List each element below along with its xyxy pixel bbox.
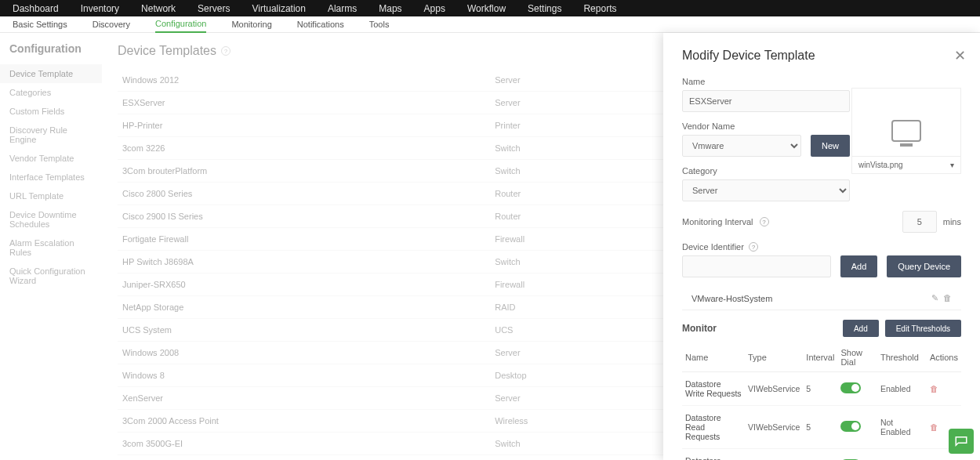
subnav-monitoring[interactable]: Monitoring: [231, 16, 271, 32]
subnav-notifications[interactable]: Notifications: [297, 16, 344, 32]
delete-icon[interactable]: 🗑: [943, 293, 952, 302]
help-icon[interactable]: ?: [760, 217, 769, 226]
new-vendor-button[interactable]: New: [811, 135, 850, 157]
monitor-icon: [891, 120, 921, 142]
panel-title: Modify Device Template: [682, 49, 961, 63]
nav-settings[interactable]: Settings: [528, 3, 561, 14]
nav-alarms[interactable]: Alarms: [328, 3, 357, 14]
help-icon[interactable]: ?: [221, 46, 230, 56]
sidebar-item[interactable]: Vendor Template: [0, 149, 102, 168]
subnav-tools[interactable]: Tools: [369, 16, 390, 32]
sidebar-item[interactable]: Categories: [0, 83, 102, 102]
edit-icon[interactable]: ✎: [931, 293, 938, 302]
add-monitor-button[interactable]: Add: [843, 320, 879, 337]
monitor-table: NameTypeIntervalShow DialThresholdAction…: [682, 343, 961, 460]
image-name: winVista.png: [858, 161, 903, 169]
image-picker[interactable]: winVista.png▾: [851, 88, 961, 174]
interval-unit: mins: [943, 217, 961, 226]
close-icon[interactable]: ✕: [954, 47, 966, 64]
devid-label: Device Identifier: [682, 242, 744, 252]
sidebar-title: Configuration: [0, 42, 102, 64]
nav-workflow[interactable]: Workflow: [467, 3, 506, 14]
sidebar-item[interactable]: Discovery Rule Engine: [0, 121, 102, 149]
col-header: Show Dial: [837, 343, 877, 372]
interval-label: Monitoring Interval: [682, 217, 753, 226]
col-header: Actions: [927, 343, 961, 372]
sidebar-item[interactable]: URL Template: [0, 187, 102, 205]
sub-nav: Basic SettingsDiscoveryConfigurationMoni…: [0, 16, 980, 33]
monitor-row: Datastore Write LatencyVIWebService5Enab…: [682, 449, 961, 461]
help-icon[interactable]: ?: [749, 242, 758, 252]
subnav-configuration[interactable]: Configuration: [155, 16, 206, 33]
category-label: Category: [682, 166, 850, 176]
monitor-title: Monitor: [682, 323, 717, 334]
nav-servers[interactable]: Servers: [198, 3, 230, 14]
col-header: Threshold: [877, 343, 927, 372]
nav-inventory[interactable]: Inventory: [81, 3, 119, 14]
vendor-select[interactable]: Vmware: [682, 135, 801, 157]
name-label: Name: [682, 77, 850, 86]
add-devid-button[interactable]: Add: [840, 255, 878, 277]
monitor-row: Datastore Write RequestsVIWebService5Ena…: [682, 372, 961, 406]
monitor-row: Datastore Read RequestsVIWebService5Not …: [682, 406, 961, 449]
sidebar-item[interactable]: Device Downtime Schedules: [0, 205, 102, 234]
dial-toggle[interactable]: [840, 421, 861, 432]
interval-input[interactable]: [902, 211, 937, 233]
name-input[interactable]: [682, 90, 850, 112]
nav-reports[interactable]: Reports: [583, 3, 616, 14]
chevron-down-icon[interactable]: ▾: [950, 161, 954, 169]
chat-button[interactable]: [949, 429, 974, 454]
subnav-discovery[interactable]: Discovery: [93, 16, 130, 32]
sidebar-item[interactable]: Custom Fields: [0, 102, 102, 121]
sidebar-item[interactable]: Quick Configuration Wizard: [0, 262, 102, 290]
col-header: Interval: [803, 343, 837, 372]
nav-dashboard[interactable]: Dashboard: [13, 3, 59, 14]
edit-thresholds-button[interactable]: Edit Thresholds: [885, 320, 961, 337]
category-select[interactable]: Server: [682, 179, 850, 201]
devid-input[interactable]: [682, 255, 831, 277]
sidebar: Configuration Device TemplateCategoriesC…: [0, 33, 102, 460]
nav-network[interactable]: Network: [141, 3, 176, 14]
query-device-button[interactable]: Query Device: [887, 255, 961, 277]
delete-icon[interactable]: 🗑: [930, 384, 938, 393]
sidebar-item[interactable]: Interface Templates: [0, 168, 102, 187]
col-header: Type: [745, 343, 803, 372]
device-id-row: VMware-HostSystem ✎🗑: [682, 287, 961, 310]
nav-maps[interactable]: Maps: [379, 3, 401, 14]
top-nav: DashboardInventoryNetworkServersVirtuali…: [0, 0, 980, 16]
sidebar-item[interactable]: Alarm Escalation Rules: [0, 234, 102, 262]
sidebar-item[interactable]: Device Template: [0, 64, 102, 83]
subnav-basic-settings[interactable]: Basic Settings: [13, 16, 67, 32]
vendor-label: Vendor Name: [682, 121, 850, 131]
modify-panel: ✕ Modify Device Template Name Vendor Nam…: [663, 33, 980, 460]
nav-apps[interactable]: Apps: [424, 3, 445, 14]
nav-virtualization[interactable]: Virtualization: [252, 3, 305, 14]
delete-icon[interactable]: 🗑: [930, 422, 938, 432]
dial-toggle[interactable]: [840, 382, 861, 393]
col-header: Name: [682, 343, 745, 372]
